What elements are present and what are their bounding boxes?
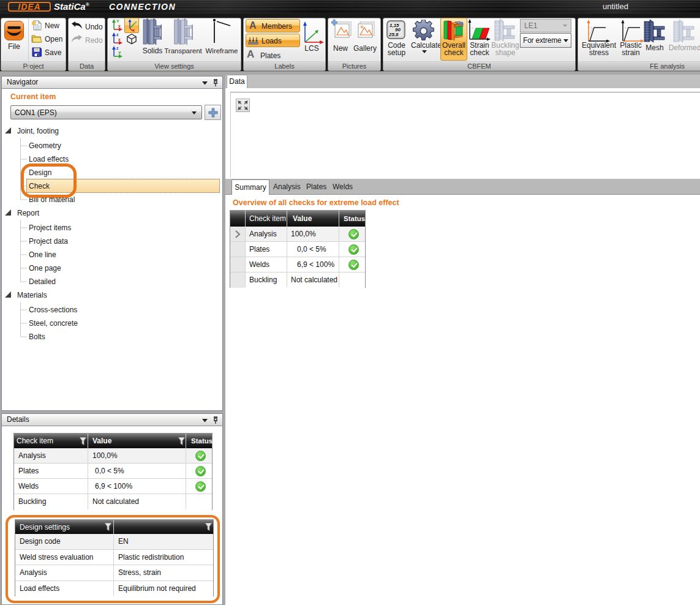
svg-text:Y: Y	[118, 51, 121, 55]
svg-text:x: x	[118, 24, 121, 28]
svg-text:x: x	[118, 37, 121, 42]
svg-text:25.8: 25.8	[388, 32, 399, 37]
svg-text:Y: Y	[116, 19, 119, 23]
svg-text:z: z	[116, 46, 119, 50]
svg-text:z: z	[116, 32, 119, 37]
